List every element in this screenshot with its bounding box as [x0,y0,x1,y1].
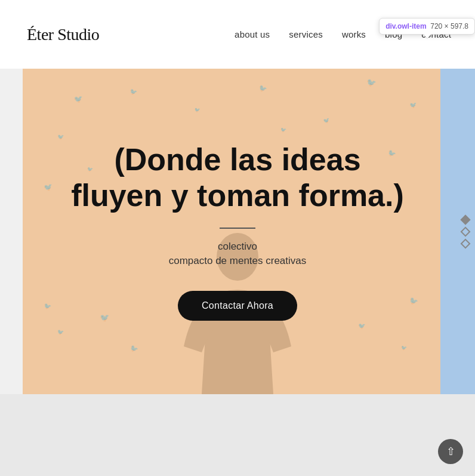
hero-subtitle-2: compacto de mentes creativas [169,255,307,267]
nav-about[interactable]: about us [235,29,270,39]
carousel-item: 🐦 🐦 🐦 🐦 🐦 🐦 🐦 🐦 🐦 🐦 🐦 🐦 🐦 🐦 🐦 🐦 🐦 🐦 🐦 [23,69,452,394]
chevron-up-icon: ⇧ [446,445,455,458]
tooltip-class: div.owl-item [385,22,426,30]
carousel-dot-3[interactable] [461,238,471,248]
nav-works[interactable]: works [342,29,366,39]
cta-button[interactable]: Contactar Ahora [178,291,297,321]
hero-divider [220,228,255,229]
tooltip-dimensions: 720 × 597.8 [430,22,468,30]
scroll-to-top-button[interactable]: ⇧ [438,439,463,464]
header: Éter Studio about us services works blog… [0,0,475,69]
dev-tooltip: div.owl-item 720 × 597.8 [379,18,475,35]
hero-wrapper: 🐦 🐦 🐦 🐦 🐦 🐦 🐦 🐦 🐦 🐦 🐦 🐦 🐦 🐦 🐦 🐦 🐦 🐦 🐦 [0,69,475,394]
hero-content: (Donde las ideas fluyen y toman forma.) … [23,69,452,394]
hero-subtitle-1: colectivo [218,241,257,253]
app-root: Éter Studio about us services works blog… [0,0,475,476]
carousel-dots [462,216,469,247]
hero-title: (Donde las ideas fluyen y toman forma.) [64,142,411,214]
nav-services[interactable]: services [289,29,323,39]
logo: Éter Studio [27,25,99,44]
footer-area: ⇧ [0,394,475,476]
carousel-dot-2[interactable] [461,226,471,237]
carousel-dot-1[interactable] [461,214,471,225]
